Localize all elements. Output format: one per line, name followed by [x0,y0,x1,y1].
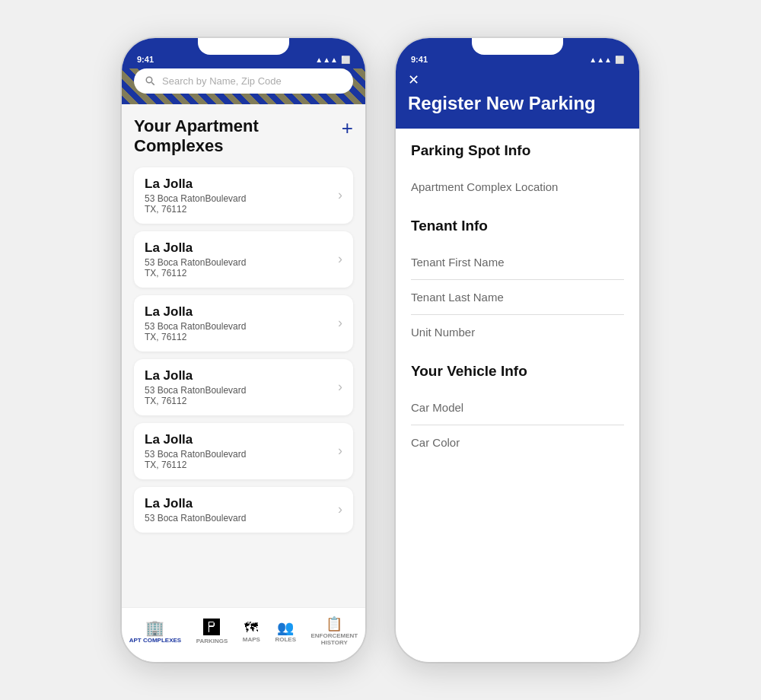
section-title: Your ApartmentComplexes [134,116,259,157]
apt-addr-6: 53 Boca RatonBoulevard [145,513,246,523]
tenant-last-name-field[interactable]: Tenant Last Name [411,280,624,315]
car-model-field[interactable]: Car Model [411,390,624,425]
signal-icon-2: ▲▲▲ [589,56,612,64]
apt-name-1: La Jolla [145,177,246,192]
battery-icon-1: ⬜ [341,56,350,64]
enforcement-icon: 📋 [326,617,342,631]
apartment-complex-field[interactable]: Apartment Complex Location [411,170,624,204]
parking-spot-title: Parking Spot Info [411,142,624,159]
nav-enforcement-label: ENFORCEMENTHISTORY [310,633,358,647]
search-placeholder: Search by Name, Zip Code [162,75,282,87]
nav-parkings[interactable]: 🅿 PARKINGS [196,619,228,645]
apt-info-5: La Jolla 53 Boca RatonBoulevard TX, 7611… [145,432,246,470]
apt-addr-4: 53 Boca RatonBoulevard TX, 76112 [145,385,246,406]
register-header: ✕ Register New Parking [396,68,639,129]
parking-spot-section: Parking Spot Info Apartment Complex Loca… [411,142,624,204]
nav-roles[interactable]: 👥 ROLES [275,621,296,644]
phone-notch-2 [472,38,563,55]
apt-card-6[interactable]: La Jolla 53 Boca RatonBoulevard › [134,487,353,533]
chevron-icon-6: › [338,501,342,517]
chevron-icon-4: › [338,379,342,395]
vehicle-title: Your Vehicle Info [411,363,624,380]
apt-info-6: La Jolla 53 Boca RatonBoulevard [145,496,246,523]
nav-apt-label: APT COMPLEXES [129,638,181,644]
chevron-icon-3: › [338,315,342,331]
maps-icon: 🗺 [244,621,258,635]
apt-addr-1: 53 Boca RatonBoulevard TX, 76112 [145,193,246,215]
chevron-icon-1: › [338,187,342,203]
apt-info-1: La Jolla 53 Boca RatonBoulevard TX, 7611… [145,177,246,215]
apt-name-4: La Jolla [145,368,246,383]
search-bar[interactable]: Search by Name, Zip Code [134,68,353,94]
apt-info-4: La Jolla 53 Boca RatonBoulevard TX, 7611… [145,368,246,406]
status-icons-1: ▲▲▲ ⬜ [315,56,350,64]
tenant-first-name-field[interactable]: Tenant First Name [411,245,624,280]
bottom-nav: 🏢 APT COMPLEXES 🅿 PARKINGS 🗺 MAPS 👥 ROLE… [122,607,365,662]
close-button[interactable]: ✕ [408,72,419,88]
nav-roles-label: ROLES [275,637,296,644]
parkings-icon: 🅿 [203,619,220,636]
apt-name-5: La Jolla [145,432,246,447]
apt-list-content: Your ApartmentComplexes + La Jolla 53 Bo… [122,104,365,607]
apt-info-3: La Jolla 53 Boca RatonBoulevard TX, 7611… [145,304,246,342]
svg-point-0 [146,77,152,83]
vehicle-section: Your Vehicle Info Car Model Car Color [411,363,624,460]
apt-card-2[interactable]: La Jolla 53 Boca RatonBoulevard TX, 7611… [134,231,353,288]
apt-info-2: La Jolla 53 Boca RatonBoulevard TX, 7611… [145,240,246,278]
tenant-section: Tenant Info Tenant First Name Tenant Las… [411,218,624,349]
phone-notch [198,38,289,55]
nav-maps-label: MAPS [243,637,260,644]
roles-icon: 👥 [277,621,294,635]
svg-line-1 [151,82,154,84]
status-time-1: 9:41 [137,55,154,64]
nav-parkings-label: PARKINGS [196,638,228,645]
signal-icon-1: ▲▲▲ [315,56,338,64]
battery-icon-2: ⬜ [615,56,624,64]
register-form-content: Parking Spot Info Apartment Complex Loca… [396,129,639,662]
apt-card-4[interactable]: La Jolla 53 Boca RatonBoulevard TX, 7611… [134,359,353,415]
apt-name-2: La Jolla [145,240,246,256]
car-color-field[interactable]: Car Color [411,425,624,460]
phone-apt-complexes: 9:41 ▲▲▲ ⬜ Search by Name, Zip Code Your… [122,38,365,662]
status-time-2: 9:41 [411,55,428,64]
section-header: Your ApartmentComplexes + [134,116,353,157]
apt-header: Search by Name, Zip Code [122,68,365,104]
apt-addr-2: 53 Boca RatonBoulevard TX, 76112 [145,257,246,278]
tenant-title: Tenant Info [411,218,624,234]
nav-maps[interactable]: 🗺 MAPS [243,621,260,644]
register-title: Register New Parking [408,93,627,115]
apt-name-3: La Jolla [145,304,246,320]
add-complex-button[interactable]: + [342,118,353,138]
apt-name-6: La Jolla [145,496,246,511]
apt-addr-5: 53 Boca RatonBoulevard TX, 76112 [145,449,246,470]
phone-register-parking: 9:41 ▲▲▲ ⬜ ✕ Register New Parking Parkin… [396,38,639,662]
chevron-icon-5: › [338,443,342,459]
nav-enforcement[interactable]: 📋 ENFORCEMENTHISTORY [310,617,358,647]
apt-addr-3: 53 Boca RatonBoulevard TX, 76112 [145,321,246,342]
chevron-icon-2: › [338,251,342,267]
search-icon [145,75,156,87]
status-icons-2: ▲▲▲ ⬜ [589,56,624,64]
nav-apt-complexes[interactable]: 🏢 APT COMPLEXES [129,620,181,644]
apt-card-3[interactable]: La Jolla 53 Boca RatonBoulevard TX, 7611… [134,295,353,352]
apt-card-1[interactable]: La Jolla 53 Boca RatonBoulevard TX, 7611… [134,167,353,224]
apt-card-5[interactable]: La Jolla 53 Boca RatonBoulevard TX, 7611… [134,423,353,479]
apt-complexes-icon: 🏢 [145,620,164,635]
unit-number-field[interactable]: Unit Number [411,315,624,349]
